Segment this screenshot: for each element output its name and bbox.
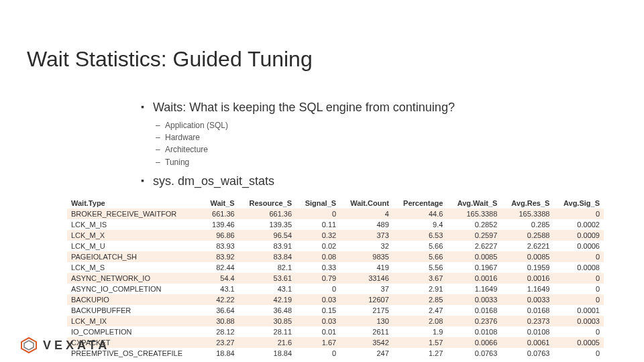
table-cell: 0 xyxy=(296,348,340,359)
table-cell: IO_COMPLETION xyxy=(67,326,202,337)
table-cell: 43.1 xyxy=(239,284,296,294)
table-cell: 23.27 xyxy=(202,337,239,348)
table-row: LCK_M_IX30.8830.850.031302.080.23760.237… xyxy=(67,316,604,326)
sub-architecture: Architecture xyxy=(141,144,604,155)
table-cell: 0.32 xyxy=(296,230,340,241)
table-cell: 0.0108 xyxy=(447,326,501,337)
table-cell: ASYNC_NETWORK_IO xyxy=(67,273,202,284)
table-cell: 0.0003 xyxy=(553,316,604,326)
table-cell: 165.3388 xyxy=(447,208,501,219)
table-cell: 661.36 xyxy=(239,208,296,219)
sub-hardware: Hardware xyxy=(141,132,604,143)
table-cell: 5.66 xyxy=(393,251,447,262)
table-cell: 30.88 xyxy=(202,316,239,326)
table-cell: 1.9 xyxy=(393,326,447,337)
table-cell: 0.33 xyxy=(296,262,340,273)
table-cell: 0 xyxy=(296,208,340,219)
table-cell: 0 xyxy=(553,273,604,284)
table-cell: 0 xyxy=(553,294,604,305)
table-cell: 0.0061 xyxy=(501,337,553,348)
table-cell: 3.67 xyxy=(393,273,447,284)
vexata-logo-icon xyxy=(20,337,38,354)
table-cell: 96.54 xyxy=(239,230,296,241)
bullet-waits-sublist: Application (SQL) Hardware Architecture … xyxy=(141,120,604,168)
sub-tuning: Tuning xyxy=(141,157,604,168)
table-cell: 0.0763 xyxy=(447,348,501,359)
table-cell: 2.47 xyxy=(393,305,447,316)
table-cell: 0.0108 xyxy=(501,326,553,337)
table-cell: 5.66 xyxy=(393,241,447,251)
table-cell: 32 xyxy=(340,241,393,251)
sub-application: Application (SQL) xyxy=(141,120,604,131)
table-cell: 0 xyxy=(553,251,604,262)
table-cell: 0.285 xyxy=(501,219,553,230)
table-cell: 33146 xyxy=(340,273,393,284)
table-cell: 83.84 xyxy=(239,251,296,262)
table-cell: 0.0005 xyxy=(553,337,604,348)
table-cell: 2175 xyxy=(340,305,393,316)
table-cell: 2.91 xyxy=(393,284,447,294)
slide-title: Wait Statistics: Guided Tuning xyxy=(27,47,313,72)
table-cell: 2.85 xyxy=(393,294,447,305)
table-cell: 36.64 xyxy=(202,305,239,316)
table-row: LCK_M_X96.8696.540.323736.530.25970.2588… xyxy=(67,230,604,241)
table-cell: 96.86 xyxy=(202,230,239,241)
table-cell: LCK_M_X xyxy=(67,230,202,241)
table-cell: 0.0085 xyxy=(447,251,501,262)
table-cell: 43.1 xyxy=(202,284,239,294)
bullet-waits: Waits: What is keeping the SQL engine fr… xyxy=(141,101,604,115)
table-cell: 0.0168 xyxy=(447,305,501,316)
table-cell: 0 xyxy=(553,208,604,219)
table-cell: 42.19 xyxy=(239,294,296,305)
table-row: LCK_M_IS139.46139.350.114899.40.28520.28… xyxy=(67,219,604,230)
col-wait-count: Wait.Count xyxy=(340,198,393,208)
col-signal-s: Signal_S xyxy=(296,198,340,208)
table-cell: 0.2852 xyxy=(447,219,501,230)
table-cell: 661.36 xyxy=(202,208,239,219)
table-cell: 28.12 xyxy=(202,326,239,337)
table-cell: 247 xyxy=(340,348,393,359)
table-cell: 1.57 xyxy=(393,337,447,348)
footer-logo: VEXATA xyxy=(20,337,110,354)
table-cell: 1.27 xyxy=(393,348,447,359)
table-row: BACKUPBUFFER36.6436.480.1521752.470.0168… xyxy=(67,305,604,316)
table-cell: 21.6 xyxy=(239,337,296,348)
table-cell: 0.1967 xyxy=(447,262,501,273)
table-cell: LCK_M_IS xyxy=(67,219,202,230)
table-cell: 28.11 xyxy=(239,326,296,337)
table-row: BROKER_RECEIVE_WAITFOR661.36661.360444.6… xyxy=(67,208,604,219)
slide-body: Waits: What is keeping the SQL engine fr… xyxy=(141,101,604,194)
table-cell: 0.0016 xyxy=(447,273,501,284)
table-cell: 0.2597 xyxy=(447,230,501,241)
table-cell: 0.08 xyxy=(296,251,340,262)
svg-marker-1 xyxy=(24,341,34,350)
table-cell: 0.0016 xyxy=(501,273,553,284)
table-cell: 0.15 xyxy=(296,305,340,316)
table-cell: 5.56 xyxy=(393,262,447,273)
wait-stats-table: Wait.Type Wait_S Resource_S Signal_S Wai… xyxy=(67,198,604,359)
table-cell: 0.02 xyxy=(296,241,340,251)
table-row: BACKUPIO42.2242.190.03126072.850.00330.0… xyxy=(67,294,604,305)
table-cell: 83.93 xyxy=(202,241,239,251)
col-wait-s: Wait_S xyxy=(202,198,239,208)
table-cell: 0.0033 xyxy=(447,294,501,305)
table-row: PREEMPTIVE_OS_CREATEFILE18.8418.8402471.… xyxy=(67,348,604,359)
table-cell: LCK_M_U xyxy=(67,241,202,251)
table-cell: 2611 xyxy=(340,326,393,337)
table-cell: 419 xyxy=(340,262,393,273)
table-row: PAGEIOLATCH_SH83.9283.840.0898355.660.00… xyxy=(67,251,604,262)
table-cell: 44.6 xyxy=(393,208,447,219)
table-cell: 9.4 xyxy=(393,219,447,230)
table-cell: 30.85 xyxy=(239,316,296,326)
table-cell: 0.03 xyxy=(296,316,340,326)
table-cell: 42.22 xyxy=(202,294,239,305)
table-cell: 130 xyxy=(340,316,393,326)
bullet-sysdm: sys. dm_os_wait_stats xyxy=(141,174,604,188)
table-cell: 1.67 xyxy=(296,337,340,348)
table-cell: 82.44 xyxy=(202,262,239,273)
table-cell: 373 xyxy=(340,230,393,241)
table-row: CXPACKET23.2721.61.6735421.570.00660.006… xyxy=(67,337,604,348)
table-cell: ASYNC_IO_COMPLETION xyxy=(67,284,202,294)
table-row: ASYNC_IO_COMPLETION43.143.10372.911.1649… xyxy=(67,284,604,294)
table-cell: 489 xyxy=(340,219,393,230)
